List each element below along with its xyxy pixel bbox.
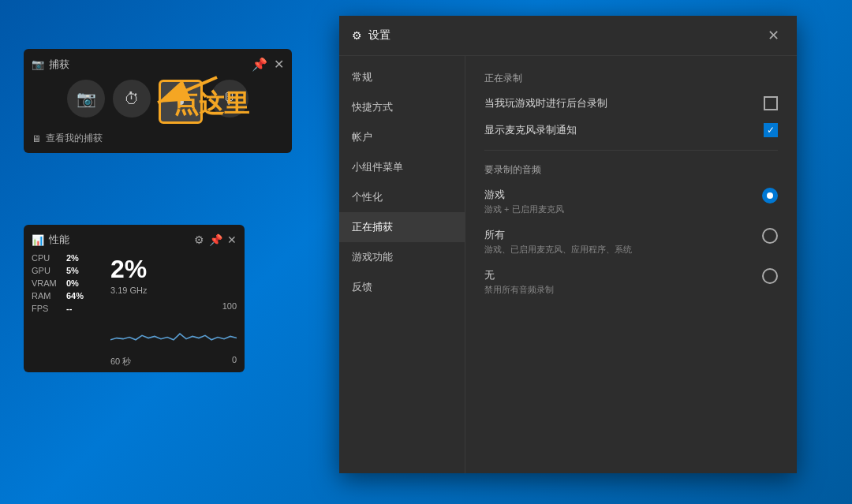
perf-panel-title: 📊 性能 xyxy=(32,233,69,247)
radio-none-subtitle: 禁用所有音频录制 xyxy=(484,284,756,296)
section2-title: 要录制的音频 xyxy=(484,163,778,177)
setting2-checkbox[interactable] xyxy=(764,123,778,137)
radio-all-subtitle: 游戏、已启用麦克风、应用程序、系统 xyxy=(484,244,756,256)
sidebar-item-widget-menu[interactable]: 小组件菜单 xyxy=(339,152,465,182)
settings-content: 正在录制 当我玩游戏时进行后台录制 显示麦克风录制通知 要录制的音频 游戏 游戏… xyxy=(465,56,797,473)
perf-panel-header: 📊 性能 ⚙ 📌 ✕ xyxy=(32,233,237,247)
chart-label-bottom: 0 xyxy=(232,355,237,364)
performance-panel: 📊 性能 ⚙ 📌 ✕ CPU 2% GPU 5% VRAM xyxy=(24,225,245,372)
radio-none-btn[interactable] xyxy=(762,268,778,284)
sidebar-item-shortcuts[interactable]: 快捷方式 xyxy=(339,92,465,122)
radio-none-title: 无 xyxy=(484,268,756,282)
perf-big-value: 2% xyxy=(110,255,237,284)
perf-stat-cpu: CPU 2% xyxy=(32,253,103,263)
setting1-label: 当我玩游戏时进行后台录制 xyxy=(484,96,607,110)
sidebar-item-feedback[interactable]: 反馈 xyxy=(339,272,465,302)
section1-title: 正在录制 xyxy=(484,72,778,85)
setting-row-mic-notify: 显示麦克风录制通知 xyxy=(484,123,778,137)
capture-close-icon[interactable]: ✕ xyxy=(274,57,284,72)
radio-option-game: 游戏 游戏 + 已启用麦克风 xyxy=(484,188,778,215)
settings-title: 设置 xyxy=(368,28,390,43)
perf-stat-ram: RAM 64% xyxy=(32,291,103,301)
setting2-label: 显示麦克风录制通知 xyxy=(484,123,577,137)
pin-icon[interactable]: 📌 xyxy=(252,57,267,72)
radio-all-title: 所有 xyxy=(484,228,756,242)
sidebar-item-general[interactable]: 常规 xyxy=(339,62,465,92)
perf-panel-content: CPU 2% GPU 5% VRAM 0% RAM 64% FPS -- xyxy=(32,253,237,364)
desktop: 📷 捕获 📌 ✕ 📷 ⏱ 🎙 🖥 查看我的捕获 点这里 xyxy=(0,0,852,504)
perf-stat-vram: VRAM 0% xyxy=(32,278,103,288)
settings-titlebar-left: ⚙ 设置 xyxy=(352,28,390,43)
sidebar-item-capturing[interactable]: 正在捕获 xyxy=(339,212,465,242)
radio-all-btn[interactable] xyxy=(762,228,778,244)
radio-all-content: 所有 游戏、已启用麦克风、应用程序、系统 xyxy=(484,228,756,256)
sidebar-item-account[interactable]: 帐户 xyxy=(339,122,465,152)
sidebar-item-game-features[interactable]: 游戏功能 xyxy=(339,242,465,272)
perf-panel-right: 2% 3.19 GHz 100 60 秒 0 xyxy=(110,253,237,364)
radio-option-none: 无 禁用所有音频录制 xyxy=(484,268,778,296)
settings-gear-icon: ⚙ xyxy=(352,29,362,42)
arrow-label: 点这里 xyxy=(174,87,249,121)
setting1-checkbox[interactable] xyxy=(764,96,778,110)
perf-settings-icon[interactable]: ⚙ xyxy=(194,233,204,246)
radio-game-btn[interactable] xyxy=(762,188,778,203)
capture-footer-link[interactable]: 查看我的捕获 xyxy=(46,132,103,145)
sidebar-item-personalize[interactable]: 个性化 xyxy=(339,182,465,212)
perf-chart-svg xyxy=(110,301,237,353)
capture-panel-title: 📷 捕获 xyxy=(32,58,69,72)
perf-title-text: 性能 xyxy=(49,233,69,247)
monitor-icon: 🖥 xyxy=(32,133,41,144)
chart-label-top: 100 xyxy=(222,301,237,311)
camera-icon: 📷 xyxy=(32,58,44,70)
radio-none-content: 无 禁用所有音频录制 xyxy=(484,268,756,296)
capture-title-text: 捕获 xyxy=(49,58,69,72)
radio-game-subtitle: 游戏 + 已启用麦克风 xyxy=(484,203,756,215)
settings-sidebar: 常规 快捷方式 帐户 小组件菜单 个性化 正在捕获 游戏功能 反馈 xyxy=(339,56,465,473)
perf-stat-fps: FPS -- xyxy=(32,304,103,313)
capture-panel-controls: 📌 ✕ xyxy=(252,57,284,72)
divider1 xyxy=(484,150,778,151)
capture-panel: 📷 捕获 📌 ✕ 📷 ⏱ 🎙 🖥 查看我的捕获 xyxy=(24,49,292,153)
perf-stats-list: CPU 2% GPU 5% VRAM 0% RAM 64% FPS -- xyxy=(32,253,103,364)
perf-chart-area: 100 60 秒 0 xyxy=(110,301,237,364)
perf-stat-gpu: GPU 5% xyxy=(32,266,103,275)
radio-option-all: 所有 游戏、已启用麦克风、应用程序、系统 xyxy=(484,228,778,256)
settings-close-button[interactable]: ✕ xyxy=(763,25,784,46)
radio-game-content: 游戏 游戏 + 已启用麦克风 xyxy=(484,188,756,215)
capture-footer[interactable]: 🖥 查看我的捕获 xyxy=(32,132,284,145)
perf-panel-controls: ⚙ 📌 ✕ xyxy=(194,233,237,246)
chart-label-time: 60 秒 xyxy=(110,356,131,368)
perf-close-icon[interactable]: ✕ xyxy=(227,233,237,246)
settings-panel: ⚙ 设置 ✕ 常规 快捷方式 帐户 小组件菜单 个性化 正在捕获 游戏功能 反馈… xyxy=(339,16,797,473)
settings-body: 常规 快捷方式 帐户 小组件菜单 个性化 正在捕获 游戏功能 反馈 正在录制 当… xyxy=(339,56,797,473)
perf-icon: 📊 xyxy=(32,234,44,246)
record-timer-button[interactable]: ⏱ xyxy=(113,80,151,118)
screenshot-button[interactable]: 📷 xyxy=(67,80,105,118)
setting-row-background-record: 当我玩游戏时进行后台录制 xyxy=(484,96,778,110)
settings-titlebar: ⚙ 设置 ✕ xyxy=(339,16,797,56)
perf-sub-value: 3.19 GHz xyxy=(110,286,237,295)
capture-panel-header: 📷 捕获 📌 ✕ xyxy=(32,57,284,72)
perf-pin-icon[interactable]: 📌 xyxy=(209,233,222,246)
radio-game-title: 游戏 xyxy=(484,188,756,202)
